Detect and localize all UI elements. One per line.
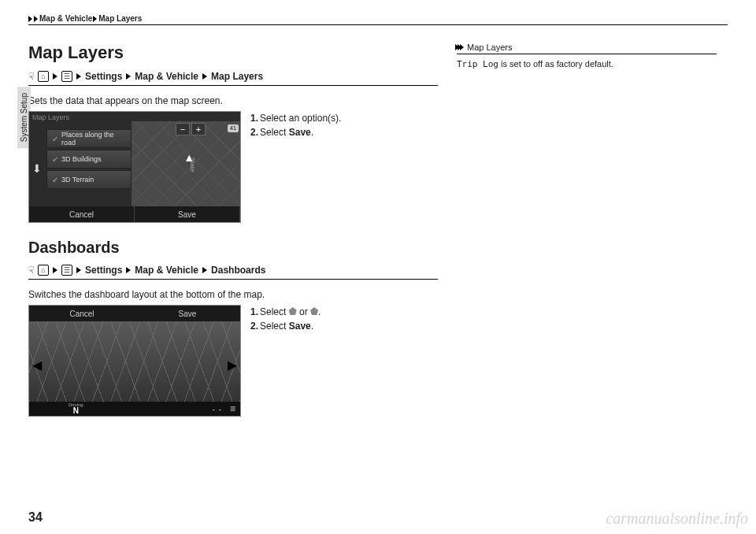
step-text: Select [260, 127, 289, 138]
step-text: Select [260, 306, 289, 317]
check-icon: ✔ [52, 135, 58, 143]
step-keyword: Save [289, 127, 311, 138]
nav-page: Dashboards [211, 265, 265, 276]
vehicle-cursor-icon: ▲ [183, 151, 195, 164]
tip-chevrons-icon [457, 44, 464, 50]
arrow-left-icon[interactable]: ◀ [32, 358, 42, 373]
heading-dashboards: Dashboards [28, 239, 438, 257]
action-buttons: Cancel Save [29, 306, 240, 321]
list-item-label: 3D Terrain [61, 176, 94, 184]
section2-steps: 1.Select or . 2.Select Save. [250, 305, 321, 333]
chevron-right-icon [53, 267, 57, 273]
cancel-button[interactable]: Cancel [29, 306, 135, 321]
pentagon-right-icon [310, 307, 318, 315]
divider [28, 279, 438, 280]
chevron-right-icon [126, 73, 131, 80]
chevron-right-icon [202, 267, 207, 273]
layer-item-places[interactable]: ✔Places along the road [46, 129, 132, 148]
crumb-page: Map Layers [98, 14, 142, 23]
nav-settings: Settings [85, 71, 122, 82]
section1-description: Sets the data that appears on the map sc… [28, 95, 438, 106]
pentagon-left-icon [289, 307, 297, 315]
tip-text: is set to off as factory default. [498, 59, 613, 69]
hand-icon: ☟ [28, 265, 34, 276]
scroll-down-icon: ⬇ [32, 162, 42, 175]
page-number: 34 [28, 510, 43, 525]
arrow-right-icon[interactable]: ▶ [228, 358, 237, 373]
main-content: Map Layers ☟ ⌂ ☰ Settings Map & Vehicle … [28, 43, 438, 417]
home-icon: ⌂ [38, 71, 49, 82]
list-icon: ☰ [61, 265, 72, 276]
action-buttons: Cancel Save [29, 206, 240, 222]
cancel-button[interactable]: Cancel [29, 206, 135, 222]
step-text: Select an option(s). [260, 113, 341, 124]
screen-title: Map Layers [32, 113, 69, 121]
chevron-right-icon [34, 16, 38, 22]
zoom-controls: − + [176, 123, 206, 135]
step-text: . [311, 321, 313, 332]
nav-settings: Settings [85, 265, 122, 276]
section2-description: Switches the dashboard layout at the bot… [28, 289, 438, 300]
chevron-right-icon [28, 16, 32, 22]
section1-steps: 1.Select an option(s). 2.Select Save. [250, 111, 341, 139]
chevron-right-icon [202, 73, 207, 80]
chevron-right-icon [53, 73, 57, 80]
chevron-right-icon [76, 267, 81, 273]
screenshot-map-layers: Map Layers State ▲ − + 41 ⬇ ✔Places alon… [28, 111, 241, 223]
heading-map-layers: Map Layers [28, 43, 438, 63]
check-icon: ✔ [52, 176, 58, 184]
layer-list: ✔Places along the road ✔3D Buildings ✔3D… [46, 129, 132, 189]
nav-path-map-layers: ☟ ⌂ ☰ Settings Map & Vehicle Map Layers [28, 71, 438, 82]
step-text: Select [260, 321, 289, 332]
step-text: . [318, 306, 321, 317]
crumb-group: Map & Vehicle [39, 14, 92, 23]
chevron-right-icon [93, 16, 97, 22]
breadcrumb: Map & Vehicle Map Layers [28, 14, 728, 23]
dashboard-bar: Driving N - - ≡ [29, 402, 240, 416]
tip-keyword: Trip Log [457, 59, 498, 69]
nav-page: Map Layers [211, 71, 263, 82]
list-icon: ☰ [61, 71, 72, 82]
divider [28, 24, 728, 25]
hand-icon: ☟ [28, 71, 34, 82]
nav-group: Map & Vehicle [135, 265, 198, 276]
check-icon: ✔ [52, 155, 58, 164]
zoom-out-button[interactable]: − [176, 123, 190, 135]
list-item-label: Places along the road [61, 131, 126, 146]
tip-body: Trip Log is set to off as factory defaul… [457, 59, 717, 69]
layer-item-3d-buildings[interactable]: ✔3D Buildings [46, 150, 132, 169]
zoom-in-button[interactable]: + [191, 123, 206, 135]
save-button[interactable]: Save [135, 306, 240, 321]
speed-limit-icon: 41 [228, 124, 239, 132]
nav-path-dashboards: ☟ ⌂ ☰ Settings Map & Vehicle Dashboards [28, 265, 438, 276]
home-icon: ⌂ [38, 265, 49, 276]
map-view [29, 321, 240, 402]
step-text: . [311, 127, 313, 138]
save-button[interactable]: Save [135, 206, 240, 222]
layer-item-3d-terrain[interactable]: ✔3D Terrain [46, 170, 132, 189]
step-text: or [297, 306, 310, 317]
watermark: carmanualsonline.info [606, 510, 748, 528]
divider [457, 54, 717, 54]
divider [28, 85, 438, 86]
step-keyword: Save [289, 321, 311, 332]
direction-indicator: Driving N [69, 402, 83, 415]
nav-group: Map & Vehicle [135, 71, 198, 82]
direction-value: N [69, 407, 83, 415]
screenshot-dashboards: Cancel Save ◀ ▶ Driving N - - ≡ [28, 305, 241, 417]
list-item-label: 3D Buildings [61, 155, 102, 163]
tip-title: Map Layers [467, 43, 512, 52]
tip-column: Map Layers Trip Log is set to off as fac… [457, 43, 717, 417]
tip-header: Map Layers [457, 43, 717, 52]
chevron-right-icon [126, 267, 131, 273]
dashboard-value: - - [213, 405, 222, 413]
menu-icon[interactable]: ≡ [230, 403, 235, 414]
chevron-right-icon [76, 73, 81, 80]
